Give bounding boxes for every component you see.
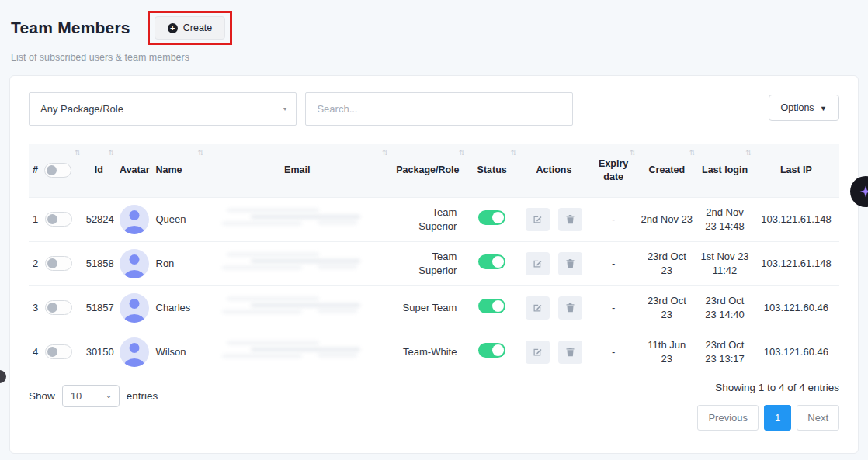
status-toggle[interactable] (478, 343, 505, 358)
edit-button[interactable] (526, 296, 550, 320)
avatar (120, 293, 149, 323)
next-page-button[interactable]: Next (797, 405, 839, 431)
column-header-package[interactable]: Package/Role ⇅ (389, 144, 466, 197)
last-ip: 103.121.60.46 (753, 285, 839, 330)
edit-icon (532, 213, 543, 225)
member-package-role: Super Team (389, 285, 466, 330)
column-header-status[interactable]: Status ⇅ (466, 144, 518, 197)
table-body: 1 52824 Queen Team Superior (29, 197, 839, 374)
column-header-num-label: # (33, 164, 38, 177)
expiry-date: - (590, 285, 637, 330)
team-members-card: Any Package/Role ▾ Options ▼ # (9, 75, 859, 454)
sort-icon[interactable]: ⇅ (689, 148, 696, 157)
plus-circle-icon: + (168, 23, 178, 33)
last-ip: 103.121.60.46 (753, 330, 839, 374)
member-name: Queen (152, 197, 206, 241)
avatar (120, 337, 149, 367)
sort-icon[interactable]: ⇅ (510, 148, 516, 157)
trash-icon (564, 258, 576, 269)
sort-icon[interactable]: ⇅ (630, 148, 636, 157)
delete-button[interactable] (558, 208, 582, 231)
actions-cell (518, 197, 590, 241)
row-select-toggle[interactable] (45, 300, 72, 315)
trash-icon (564, 213, 576, 225)
edit-button[interactable] (526, 341, 550, 364)
column-header-name[interactable]: Name ⇅ (152, 144, 206, 197)
column-header-last-ip: Last IP (753, 144, 839, 197)
search-input[interactable] (305, 92, 573, 126)
expiry-date: - (590, 241, 637, 285)
sort-icon[interactable]: ⇅ (198, 148, 204, 157)
table-row: 3 51857 Charles Super Team (29, 285, 839, 330)
page-size-value: 10 (71, 390, 82, 402)
row-number: 2 (33, 257, 38, 271)
package-role-select[interactable]: Any Package/Role ▾ (29, 92, 297, 126)
create-button[interactable]: + Create (155, 16, 226, 40)
status-toggle[interactable] (478, 299, 505, 313)
show-label: Show (29, 390, 55, 402)
sort-icon[interactable]: ⇅ (75, 148, 81, 157)
member-id: 52824 (82, 197, 116, 241)
member-email-redacted (205, 285, 389, 330)
column-header-package-label: Package/Role (396, 164, 459, 175)
edit-button[interactable] (526, 208, 550, 231)
member-name: Wilson (152, 330, 206, 374)
table-footer: Show 10 ⌄ entries Showing 1 to 4 of 4 en… (10, 374, 858, 407)
created-date: 2nd Nov 23 (637, 197, 696, 241)
member-email-redacted (205, 197, 389, 241)
column-header-email[interactable]: Email ⇅ (205, 144, 389, 197)
expiry-date: - (590, 330, 637, 374)
member-package-role: Team Superior (389, 241, 466, 285)
column-header-last-login[interactable]: Last login ⇅ (696, 144, 753, 197)
sort-icon[interactable]: ⇅ (109, 148, 115, 157)
sort-icon[interactable]: ⇅ (459, 148, 465, 157)
member-name: Charles (152, 285, 206, 330)
row-number: 3 (33, 301, 38, 315)
table-container: # ⇅ Id ⇅ Avatar Name ⇅ (10, 144, 858, 374)
row-number: 1 (33, 213, 38, 227)
column-header-avatar: Avatar (116, 144, 151, 197)
delete-button[interactable] (558, 252, 582, 275)
column-header-created-label: Created (649, 164, 686, 175)
column-header-id[interactable]: Id ⇅ (82, 144, 116, 197)
page-number-button[interactable]: 1 (764, 405, 791, 431)
delete-button[interactable] (558, 296, 582, 320)
options-button[interactable]: Options ▼ (769, 95, 840, 121)
column-header-actions-label: Actions (536, 164, 572, 175)
previous-page-button[interactable]: Previous (697, 405, 759, 431)
status-toggle[interactable] (478, 210, 505, 225)
pagination: Previous 1 Next (697, 405, 839, 431)
select-all-toggle[interactable] (44, 163, 71, 178)
column-header-expiry[interactable]: Expiry date ⇅ (590, 144, 637, 197)
page-size-select[interactable]: 10 ⌄ (62, 385, 120, 407)
member-package-role: Team-White (389, 330, 466, 374)
delete-button[interactable] (558, 341, 582, 364)
sort-icon[interactable]: ⇅ (745, 148, 752, 157)
create-button-label: Create (183, 22, 213, 33)
member-id: 51858 (82, 241, 116, 285)
edit-icon (532, 258, 543, 269)
member-name: Ron (152, 241, 206, 285)
table-header-row: # ⇅ Id ⇅ Avatar Name ⇅ (29, 144, 839, 197)
row-number: 4 (33, 345, 38, 359)
actions-cell (518, 285, 590, 330)
last-ip: 103.121.61.148 (753, 241, 839, 285)
column-header-actions: Actions (518, 144, 590, 197)
edit-button[interactable] (526, 252, 550, 275)
chevron-down-icon: ▾ (283, 93, 286, 125)
column-header-created[interactable]: Created ⇅ (637, 144, 696, 197)
status-toggle[interactable] (478, 254, 505, 269)
row-select-toggle[interactable] (45, 256, 72, 271)
row-select-toggle[interactable] (45, 212, 72, 227)
showing-entries-text: Showing 1 to 4 of 4 entries (715, 382, 839, 393)
created-date: 23rd Oct 23 (637, 241, 696, 285)
member-id: 30150 (82, 330, 116, 374)
trash-icon (564, 346, 576, 358)
member-email-redacted (205, 241, 389, 285)
redaction-smudge (214, 206, 380, 229)
column-header-num[interactable]: # ⇅ (29, 144, 82, 197)
row-select-toggle[interactable] (45, 344, 72, 359)
sort-icon[interactable]: ⇅ (382, 148, 388, 157)
left-edge-widget[interactable] (0, 370, 6, 383)
actions-cell (518, 241, 590, 285)
